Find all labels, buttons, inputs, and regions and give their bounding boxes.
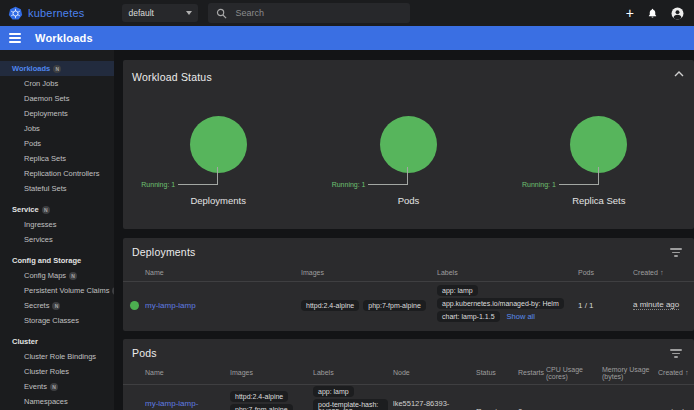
legend-running: Running: 1 [522, 181, 556, 188]
legend-running: Running: 1 [332, 181, 366, 188]
namespaced-badge-icon: N [52, 302, 60, 310]
col-labels: Labels [437, 266, 578, 280]
filter-button[interactable] [668, 347, 684, 360]
sidebar-item-daemon-sets[interactable]: Daemon Sets [0, 91, 114, 106]
col-status: Status [476, 366, 518, 380]
pod-name-link[interactable]: my-lamp-lamp-5fd985cf68-jwvz4 [145, 399, 207, 410]
col-images: Images [301, 266, 437, 280]
col-created[interactable]: Created↑ [658, 365, 694, 381]
notifications-button[interactable] [647, 7, 658, 19]
pie-circle [380, 116, 437, 173]
show-all-link[interactable]: Show all [507, 312, 535, 321]
sidebar-item-cluster-role-bindings[interactable]: Cluster Role Bindings [0, 349, 114, 364]
label-chip: app: lamp [313, 386, 354, 397]
user-menu-button[interactable] [671, 7, 684, 20]
deployment-name-link[interactable]: my-lamp-lamp [145, 301, 196, 310]
image-chip: httpd:2.4-alpine [230, 391, 288, 402]
pod-restarts: 0 [518, 407, 522, 410]
sidebar-item-storage-classes[interactable]: Storage Classes [0, 313, 114, 328]
menu-button[interactable] [9, 33, 21, 43]
pie-circle [190, 116, 247, 173]
col-name[interactable]: Name [145, 366, 230, 380]
filter-button[interactable] [668, 246, 684, 259]
account-circle-icon [671, 7, 684, 20]
created-ago[interactable]: a minute ago [633, 300, 679, 310]
col-labels: Labels [313, 366, 393, 380]
sidebar-item-replication-controllers[interactable]: Replication Controllers [0, 166, 114, 181]
deployment-row[interactable]: my-lamp-lamp httpd:2.4-alpine php:7-fpm-… [123, 282, 694, 329]
pod-cpu: - [546, 407, 549, 410]
pod-status: Running [476, 407, 506, 410]
col-pods: Pods [578, 266, 633, 280]
chevron-down-icon [186, 11, 192, 15]
sidebar-item-events[interactable]: Events N [0, 379, 114, 394]
create-resource-button[interactable]: + [626, 6, 634, 20]
namespace-selector[interactable]: default [122, 4, 198, 22]
sidebar-section-workloads[interactable]: Workloads N [0, 61, 114, 76]
sidebar-item-ingresses[interactable]: Ingresses [0, 217, 114, 232]
search-icon [216, 8, 227, 19]
deployments-card: Deployments Name Images Labels Pods Crea… [123, 238, 694, 331]
pie-circle [570, 116, 627, 173]
sidebar-section-cluster[interactable]: Cluster [0, 334, 114, 349]
sidebar-item-services[interactable]: Services [0, 232, 114, 247]
namespaced-badge-icon: N [53, 65, 61, 73]
legend-connector [178, 167, 218, 185]
image-chip: php:7-fpm-alpine [363, 300, 426, 311]
namespaced-badge-icon: N [42, 206, 50, 214]
col-name[interactable]: Name [145, 266, 301, 280]
legend-connector [559, 167, 599, 185]
pod-row[interactable]: my-lamp-lamp-5fd985cf68-jwvz4 httpd:2.4-… [123, 385, 694, 410]
sidebar-item-secrets[interactable]: Secrets N [0, 298, 114, 313]
kubernetes-logo-icon [8, 6, 23, 21]
sidebar-item-persistent-volume-claims[interactable]: Persistent Volume Claims N [0, 283, 114, 298]
label-chip: app: lamp [437, 285, 478, 296]
sidebar-item-replica-sets[interactable]: Replica Sets [0, 151, 114, 166]
collapse-card-button[interactable] [674, 71, 684, 77]
top-bar: kubernetes default Search + [0, 0, 694, 26]
workload-status-charts: Running: 1 Deployments Running: 1 Pods R… [123, 87, 694, 217]
sidebar-item-stateful-sets[interactable]: Stateful Sets [0, 181, 114, 196]
col-restarts: Restarts [518, 366, 546, 380]
sidebar-item-jobs[interactable]: Jobs [0, 121, 114, 136]
sidebar-item-cluster-roles[interactable]: Cluster Roles [0, 364, 114, 379]
workload-status-title: Workload Status [132, 71, 212, 83]
sidebar-item-pods[interactable]: Pods [0, 136, 114, 151]
deployments-title: Deployments [132, 246, 195, 258]
sidebar-item-cron-jobs[interactable]: Cron Jobs [0, 76, 114, 91]
kubernetes-dashboard: kubernetes default Search + [0, 0, 694, 410]
label-chip: pod-template-hash: 5fd985cf68 [313, 399, 388, 410]
col-memory: Memory Usage (bytes) [602, 363, 658, 384]
sidebar-item-namespaces[interactable]: Namespaces [0, 394, 114, 409]
main-content: Workload Status Running: 1 Deployments [114, 50, 694, 410]
col-node: Node [393, 366, 476, 380]
deployments-table-header: Name Images Labels Pods Created↑ [123, 265, 694, 282]
brand-name: kubernetes [28, 7, 84, 19]
sidebar-section-service[interactable]: Service N [0, 202, 114, 217]
created-ago[interactable]: a minute ago [658, 407, 694, 410]
sidebar-item-config-maps[interactable]: Config Maps N [0, 268, 114, 283]
chevron-up-icon [674, 71, 684, 77]
chart-title: Deployments [123, 195, 313, 206]
namespace-value: default [128, 8, 186, 18]
col-created[interactable]: Created↑ [633, 265, 694, 281]
pods-table-header: Name Images Labels Node Status Restarts … [123, 363, 694, 385]
replica-sets-pie-chart: Running: 1 Replica Sets [504, 87, 694, 217]
sidebar-item-deployments[interactable]: Deployments [0, 106, 114, 121]
sort-arrow-icon: ↑ [685, 368, 689, 377]
search-input[interactable]: Search [208, 3, 410, 23]
namespaced-badge-icon: N [50, 383, 58, 391]
namespaced-badge-icon: N [69, 272, 77, 280]
page-title: Workloads [35, 32, 93, 44]
label-chip: app.kubernetes.io/managed-by: Helm [437, 298, 564, 309]
sort-arrow-icon: ↑ [660, 268, 664, 277]
top-actions: + [626, 6, 684, 20]
kubernetes-logo-link[interactable]: kubernetes [8, 6, 84, 21]
sidebar-nav: Workloads N Cron Jobs Daemon Sets Deploy… [0, 50, 114, 410]
pods-card: Pods Name Images Labels Node Status Rest… [123, 339, 694, 410]
legend-connector [368, 167, 408, 185]
bell-icon [647, 7, 658, 19]
status-ok-icon [130, 301, 139, 310]
legend-running: Running: 1 [141, 181, 175, 188]
sidebar-section-config-and-storage[interactable]: Config and Storage [0, 253, 114, 268]
